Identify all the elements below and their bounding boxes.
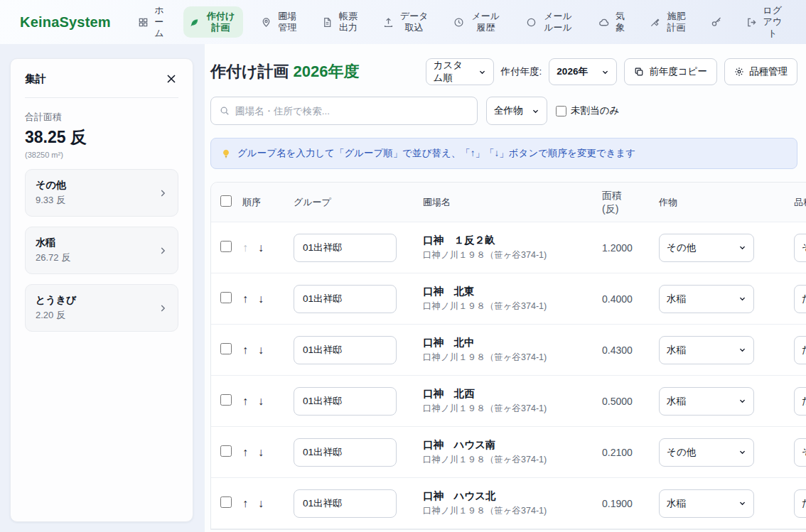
field-address: 口神ノ川１９８（笹ヶ谷374-1) [423, 454, 602, 466]
variety-select[interactable]: た [794, 336, 806, 364]
key-icon [711, 16, 722, 28]
planting-year-select[interactable]: 2026年 [549, 58, 617, 85]
variety-select[interactable]: た [794, 387, 806, 416]
crop-summary-card-corn[interactable]: とうきび 2.20 反 [25, 284, 178, 332]
variety-select-value: た [802, 293, 806, 305]
row-checkbox[interactable] [220, 496, 232, 508]
area-value: 0.2100 [602, 447, 659, 458]
move-down-button[interactable]: ↓ [258, 293, 264, 305]
move-up-button[interactable]: ↑ [242, 395, 248, 408]
header-area: 面積 (反) [602, 189, 659, 215]
move-down-button[interactable]: ↓ [258, 241, 264, 254]
select-all-checkbox[interactable] [220, 195, 232, 207]
move-up-button[interactable]: ↑ [242, 293, 248, 305]
chevron-right-icon [158, 188, 168, 198]
area-value: 0.4300 [602, 344, 659, 356]
nav-item-mail-rules[interactable]: メールルール [520, 6, 580, 38]
nav-item-planting-plan[interactable]: 作付け計画 [183, 6, 243, 38]
nav-item-mail-history[interactable]: メール履歴 [448, 6, 507, 38]
group-input[interactable] [294, 285, 397, 313]
nav-item-home[interactable]: ホーム [132, 1, 171, 44]
planting-table: 順序 グループ 圃場名 面積 (反) 作物 品種 ↑ ↓ 口神 １ [210, 182, 806, 530]
variety-select[interactable]: そ [794, 438, 806, 467]
page-title-text: 作付け計画 [210, 63, 289, 80]
planting-year-label: 作付年度: [501, 65, 542, 78]
group-input[interactable] [294, 387, 397, 416]
field-name: 口神 １反２畝 [423, 234, 602, 247]
history-clock-icon [453, 17, 464, 28]
chevron-down-icon [738, 397, 746, 405]
field-address: 口神ノ川１９８（笹ヶ谷374-1) [423, 352, 602, 364]
crop-filter-select[interactable]: 全作物 [486, 97, 547, 125]
row-checkbox[interactable] [220, 292, 232, 303]
sort-order-select[interactable]: カスタム順 [426, 58, 494, 85]
row-checkbox[interactable] [220, 394, 232, 406]
variety-select[interactable]: そ [794, 234, 806, 262]
unassigned-only-checkbox[interactable] [556, 106, 566, 116]
group-input[interactable] [294, 234, 397, 262]
close-icon[interactable] [164, 72, 178, 86]
crop-summary-card-other[interactable]: その他 9.33 反 [25, 169, 178, 217]
move-up-button[interactable]: ↑ [242, 446, 248, 459]
crop-select[interactable]: 水稲 [659, 489, 754, 518]
nav-item-data-import[interactable]: データ取込 [377, 6, 436, 38]
row-checkbox[interactable] [220, 445, 232, 457]
move-up-button[interactable]: ↑ [242, 241, 248, 254]
row-checkbox[interactable] [220, 241, 232, 252]
variety-select[interactable]: た [794, 285, 806, 313]
field-address: 口神ノ川１９８（笹ヶ谷374-1) [423, 403, 602, 415]
move-up-button[interactable]: ↑ [242, 344, 248, 357]
table-row: ↑ ↓ 口神 北東 口神ノ川１９８（笹ヶ谷374-1) 0.4000 水稲 [211, 273, 806, 325]
nav-item-report-output[interactable]: 帳票出力 [316, 6, 365, 38]
variety-select-value: そ [802, 241, 806, 254]
field-name: 口神 北中 [423, 336, 602, 349]
group-input[interactable] [294, 438, 397, 467]
unassigned-only-label: 未割当のみ [571, 104, 619, 117]
variety-select[interactable]: た [794, 489, 806, 518]
nav-item-password[interactable] [705, 12, 728, 32]
row-checkbox[interactable] [220, 343, 232, 354]
nav-items: ホーム 作付け計画 圃場管理 帳票出力 データ取込 [132, 1, 789, 44]
upload-icon [383, 17, 394, 28]
header-crop: 作物 [659, 196, 794, 209]
variety-select-value: た [802, 344, 806, 357]
field-name: 口神 ハウス南 [423, 438, 602, 452]
crop-select-value: その他 [667, 241, 696, 254]
unassigned-only-toggle[interactable]: 未割当のみ [556, 104, 619, 117]
chevron-right-icon [158, 303, 168, 313]
nav-item-weather[interactable]: 気象 [593, 6, 632, 38]
group-input[interactable] [294, 489, 397, 518]
search-icon [220, 106, 230, 116]
variety-management-button[interactable]: 品種管理 [724, 58, 797, 85]
copy-previous-year-button[interactable]: 前年度コピー [624, 58, 717, 85]
header-variety: 品種 [794, 196, 806, 209]
crop-select[interactable]: その他 [659, 234, 754, 262]
move-up-button[interactable]: ↑ [242, 497, 248, 510]
copy-icon [634, 67, 644, 77]
search-input[interactable] [235, 106, 468, 116]
leaf-icon [189, 17, 200, 28]
move-down-button[interactable]: ↓ [258, 446, 264, 459]
nav-item-label: 施肥計画 [665, 11, 687, 34]
crop-select[interactable]: その他 [659, 438, 754, 467]
crop-select[interactable]: 水稲 [659, 285, 754, 313]
crop-summary-card-rice[interactable]: 水稲 26.72 反 [25, 227, 178, 274]
area-value: 0.1900 [602, 498, 659, 509]
move-down-button[interactable]: ↓ [258, 497, 264, 510]
crop-select[interactable]: 水稲 [659, 336, 754, 364]
field-address: 口神ノ川１９８（笹ヶ谷374-1) [423, 300, 602, 313]
nav-item-label: ホーム [154, 5, 165, 40]
hint-banner: グループ名を入力して「グループ順」で並び替え、「↑」「↓」ボタンで順序を変更でき… [210, 138, 797, 169]
nav-item-field-management[interactable]: 圃場管理 [255, 6, 303, 38]
area-value: 0.4000 [602, 293, 659, 305]
chevron-down-icon [478, 68, 486, 76]
nav-item-logout[interactable]: ログアウト [741, 1, 789, 44]
crop-select-value: 水稲 [667, 344, 686, 357]
crop-select[interactable]: 水稲 [659, 387, 754, 416]
move-down-button[interactable]: ↓ [258, 395, 264, 408]
gear-icon [734, 67, 744, 77]
nav-item-fertilization-plan[interactable]: 施肥計画 [644, 6, 692, 38]
move-down-button[interactable]: ↓ [258, 344, 264, 357]
sort-order-value: カスタム順 [434, 59, 473, 85]
group-input[interactable] [294, 336, 397, 364]
